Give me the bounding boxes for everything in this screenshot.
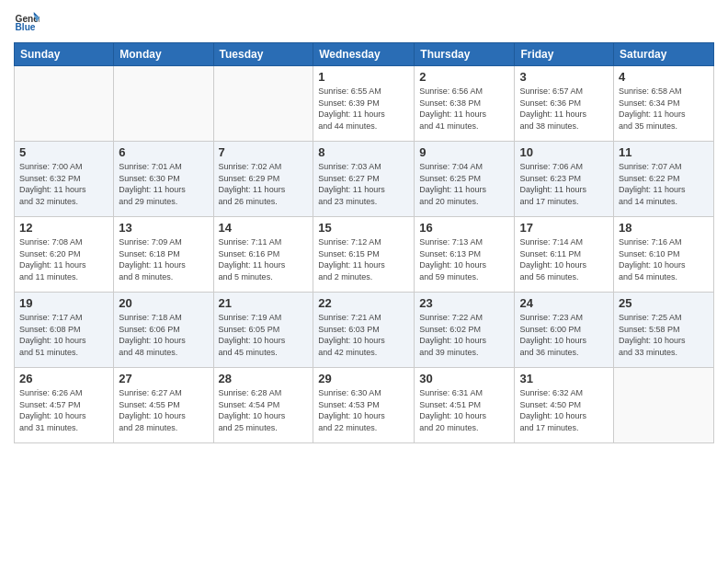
weekday-saturday: Saturday <box>614 43 714 66</box>
day-number: 19 <box>19 296 108 310</box>
weekday-wednesday: Wednesday <box>313 43 415 66</box>
calendar-cell: 24Sunrise: 7:23 AM Sunset: 6:00 PM Dayli… <box>515 293 614 368</box>
weekday-tuesday: Tuesday <box>213 43 313 66</box>
day-number: 31 <box>519 372 609 385</box>
day-number: 29 <box>318 372 409 385</box>
day-info: Sunrise: 7:11 AM Sunset: 6:16 PM Dayligh… <box>219 236 309 282</box>
weekday-header-row: SundayMondayTuesdayWednesdayThursdayFrid… <box>15 43 714 66</box>
day-number: 2 <box>419 70 509 84</box>
calendar-table: SundayMondayTuesdayWednesdayThursdayFrid… <box>14 42 714 443</box>
calendar-cell: 29Sunrise: 6:30 AM Sunset: 4:53 PM Dayli… <box>313 368 415 443</box>
day-info: Sunrise: 7:12 AM Sunset: 6:15 PM Dayligh… <box>318 236 409 282</box>
calendar-week-row: 26Sunrise: 6:26 AM Sunset: 4:57 PM Dayli… <box>15 368 714 443</box>
day-number: 4 <box>619 70 709 84</box>
calendar-cell: 12Sunrise: 7:08 AM Sunset: 6:20 PM Dayli… <box>15 217 114 293</box>
calendar-cell <box>15 66 114 142</box>
calendar-week-row: 5Sunrise: 7:00 AM Sunset: 6:32 PM Daylig… <box>15 142 714 217</box>
calendar-cell: 28Sunrise: 6:28 AM Sunset: 4:54 PM Dayli… <box>213 368 313 443</box>
day-info: Sunrise: 7:17 AM Sunset: 6:08 PM Dayligh… <box>19 312 108 358</box>
calendar-week-row: 12Sunrise: 7:08 AM Sunset: 6:20 PM Dayli… <box>15 217 714 293</box>
day-info: Sunrise: 7:14 AM Sunset: 6:11 PM Dayligh… <box>519 236 609 282</box>
day-number: 3 <box>519 70 609 84</box>
day-number: 26 <box>19 372 108 385</box>
day-number: 14 <box>219 221 309 235</box>
day-number: 27 <box>119 372 208 385</box>
weekday-thursday: Thursday <box>415 43 515 66</box>
calendar-cell: 3Sunrise: 6:57 AM Sunset: 6:36 PM Daylig… <box>515 66 614 142</box>
calendar-cell: 14Sunrise: 7:11 AM Sunset: 6:16 PM Dayli… <box>213 217 313 293</box>
day-info: Sunrise: 7:22 AM Sunset: 6:02 PM Dayligh… <box>419 312 509 358</box>
calendar-cell: 17Sunrise: 7:14 AM Sunset: 6:11 PM Dayli… <box>515 217 614 293</box>
calendar-cell: 30Sunrise: 6:31 AM Sunset: 4:51 PM Dayli… <box>415 368 515 443</box>
day-info: Sunrise: 7:01 AM Sunset: 6:30 PM Dayligh… <box>119 161 208 207</box>
day-number: 21 <box>219 296 309 310</box>
day-info: Sunrise: 7:00 AM Sunset: 6:32 PM Dayligh… <box>19 161 108 207</box>
day-number: 12 <box>19 221 108 235</box>
calendar-cell <box>614 368 714 443</box>
day-number: 8 <box>318 145 409 159</box>
day-number: 10 <box>519 145 609 159</box>
day-info: Sunrise: 7:21 AM Sunset: 6:03 PM Dayligh… <box>318 312 409 358</box>
day-info: Sunrise: 6:32 AM Sunset: 4:50 PM Dayligh… <box>519 387 609 433</box>
day-number: 25 <box>619 296 709 310</box>
day-number: 5 <box>19 145 108 159</box>
weekday-friday: Friday <box>515 43 614 66</box>
day-number: 1 <box>318 70 409 84</box>
day-number: 20 <box>119 296 208 310</box>
calendar-cell: 23Sunrise: 7:22 AM Sunset: 6:02 PM Dayli… <box>415 293 515 368</box>
day-info: Sunrise: 6:57 AM Sunset: 6:36 PM Dayligh… <box>519 86 609 132</box>
calendar-week-row: 1Sunrise: 6:55 AM Sunset: 6:39 PM Daylig… <box>15 66 714 142</box>
day-info: Sunrise: 7:06 AM Sunset: 6:23 PM Dayligh… <box>519 161 609 207</box>
day-info: Sunrise: 7:03 AM Sunset: 6:27 PM Dayligh… <box>318 161 409 207</box>
day-number: 11 <box>619 145 709 159</box>
day-number: 30 <box>419 372 509 385</box>
calendar-cell: 27Sunrise: 6:27 AM Sunset: 4:55 PM Dayli… <box>114 368 213 443</box>
day-info: Sunrise: 7:23 AM Sunset: 6:00 PM Dayligh… <box>519 312 609 358</box>
day-info: Sunrise: 7:04 AM Sunset: 6:25 PM Dayligh… <box>419 161 509 207</box>
day-info: Sunrise: 6:56 AM Sunset: 6:38 PM Dayligh… <box>419 86 509 132</box>
day-info: Sunrise: 7:19 AM Sunset: 6:05 PM Dayligh… <box>219 312 309 358</box>
day-number: 6 <box>119 145 208 159</box>
calendar-cell: 5Sunrise: 7:00 AM Sunset: 6:32 PM Daylig… <box>15 142 114 217</box>
day-info: Sunrise: 6:30 AM Sunset: 4:53 PM Dayligh… <box>318 387 409 433</box>
calendar-cell: 6Sunrise: 7:01 AM Sunset: 6:30 PM Daylig… <box>114 142 213 217</box>
day-number: 22 <box>318 296 409 310</box>
day-info: Sunrise: 6:58 AM Sunset: 6:34 PM Dayligh… <box>619 86 709 132</box>
day-info: Sunrise: 6:27 AM Sunset: 4:55 PM Dayligh… <box>119 387 208 433</box>
calendar-cell <box>114 66 213 142</box>
calendar-cell: 8Sunrise: 7:03 AM Sunset: 6:27 PM Daylig… <box>313 142 415 217</box>
page-header: General Blue <box>14 9 714 35</box>
svg-text:Blue: Blue <box>16 22 36 32</box>
day-number: 17 <box>519 221 609 235</box>
day-info: Sunrise: 7:08 AM Sunset: 6:20 PM Dayligh… <box>19 236 108 282</box>
calendar-cell: 26Sunrise: 6:26 AM Sunset: 4:57 PM Dayli… <box>15 368 114 443</box>
day-number: 28 <box>219 372 309 385</box>
day-info: Sunrise: 7:16 AM Sunset: 6:10 PM Dayligh… <box>619 236 709 282</box>
day-info: Sunrise: 6:55 AM Sunset: 6:39 PM Dayligh… <box>318 86 409 132</box>
calendar-cell: 13Sunrise: 7:09 AM Sunset: 6:18 PM Dayli… <box>114 217 213 293</box>
day-info: Sunrise: 7:09 AM Sunset: 6:18 PM Dayligh… <box>119 236 208 282</box>
calendar-cell: 10Sunrise: 7:06 AM Sunset: 6:23 PM Dayli… <box>515 142 614 217</box>
calendar-cell: 20Sunrise: 7:18 AM Sunset: 6:06 PM Dayli… <box>114 293 213 368</box>
day-info: Sunrise: 7:13 AM Sunset: 6:13 PM Dayligh… <box>419 236 509 282</box>
calendar-cell: 7Sunrise: 7:02 AM Sunset: 6:29 PM Daylig… <box>213 142 313 217</box>
calendar-cell: 16Sunrise: 7:13 AM Sunset: 6:13 PM Dayli… <box>415 217 515 293</box>
day-number: 24 <box>519 296 609 310</box>
calendar-cell: 11Sunrise: 7:07 AM Sunset: 6:22 PM Dayli… <box>614 142 714 217</box>
day-number: 7 <box>219 145 309 159</box>
day-info: Sunrise: 6:31 AM Sunset: 4:51 PM Dayligh… <box>419 387 509 433</box>
calendar-cell: 19Sunrise: 7:17 AM Sunset: 6:08 PM Dayli… <box>15 293 114 368</box>
calendar-cell: 21Sunrise: 7:19 AM Sunset: 6:05 PM Dayli… <box>213 293 313 368</box>
day-info: Sunrise: 7:07 AM Sunset: 6:22 PM Dayligh… <box>619 161 709 207</box>
calendar-cell: 2Sunrise: 6:56 AM Sunset: 6:38 PM Daylig… <box>415 66 515 142</box>
day-info: Sunrise: 7:25 AM Sunset: 5:58 PM Dayligh… <box>619 312 709 358</box>
day-info: Sunrise: 6:28 AM Sunset: 4:54 PM Dayligh… <box>219 387 309 433</box>
logo: General Blue <box>14 9 43 35</box>
day-info: Sunrise: 7:18 AM Sunset: 6:06 PM Dayligh… <box>119 312 208 358</box>
calendar-cell: 9Sunrise: 7:04 AM Sunset: 6:25 PM Daylig… <box>415 142 515 217</box>
weekday-monday: Monday <box>114 43 213 66</box>
calendar-cell: 18Sunrise: 7:16 AM Sunset: 6:10 PM Dayli… <box>614 217 714 293</box>
calendar-cell <box>213 66 313 142</box>
calendar-cell: 1Sunrise: 6:55 AM Sunset: 6:39 PM Daylig… <box>313 66 415 142</box>
logo-icon: General Blue <box>14 9 40 35</box>
